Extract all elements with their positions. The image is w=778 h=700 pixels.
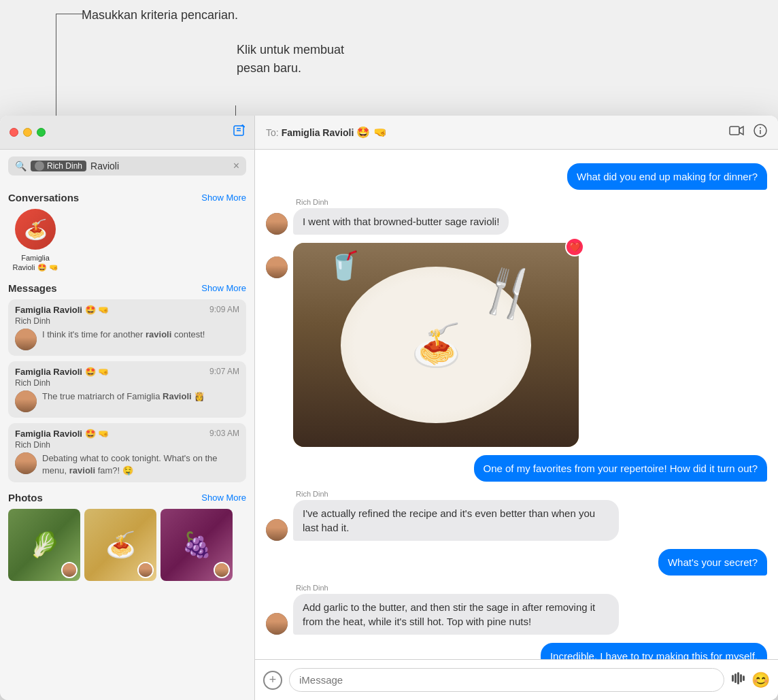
svg-rect-11 (737, 672, 739, 684)
msg-sent-1-bubble: What did you end up making for dinner? (567, 163, 767, 190)
message-item-2[interactable]: Famiglia Ravioli 🤩 🤜 9:07 AM Rich Dinh T… (8, 361, 246, 418)
chat-header-actions (729, 124, 767, 141)
photos-show-more-button[interactable]: Show More (201, 493, 246, 503)
messages-show-more-button[interactable]: Show More (201, 283, 246, 293)
msg-sent-2: One of my favorites from your repertoire… (266, 455, 767, 482)
message-item-2-avatar (15, 390, 37, 412)
message-item-1-header: Famiglia Ravioli 🤩 🤜 9:09 AM (15, 305, 239, 315)
conversations-title: Conversations (8, 192, 79, 203)
info-icon[interactable] (754, 124, 767, 141)
message-item-3-group: Famiglia Ravioli 🤩 🤜 (15, 429, 109, 439)
photo-thumb-1[interactable]: 🥬 (8, 509, 80, 581)
svg-rect-10 (734, 673, 737, 683)
chat-header-to-label: To: (266, 127, 279, 138)
photos-grid: 🥬 🍝 🍇 (8, 509, 246, 581)
messages-section-header: Messages Show More (8, 282, 246, 294)
message-item-2-group: Famiglia Ravioli 🤩 🤜 (15, 367, 109, 377)
msg-image: 🥤 🍝 🍴 (293, 243, 579, 447)
msg-recv-1-sender: Rich Dinh (296, 198, 509, 206)
close-button[interactable] (10, 128, 18, 137)
svg-rect-9 (732, 675, 734, 682)
glass-visual: 🥤 (327, 250, 361, 282)
message-item-3-sender: Rich Dinh (15, 440, 239, 450)
msg-sent-4: Incredible. I have to try making this fo… (266, 643, 767, 659)
svg-rect-13 (743, 676, 745, 681)
message-item-3[interactable]: Famiglia Ravioli 🤩 🤜 9:03 AM Rich Dinh D… (8, 423, 246, 482)
annotations: Masukkan kriteria pencarian. Klik untuk … (0, 0, 778, 119)
svg-rect-12 (740, 674, 742, 682)
fullscreen-button[interactable] (37, 128, 46, 137)
msg-image-reaction: ❤️ (565, 237, 584, 256)
conversations-section-header: Conversations Show More (8, 192, 246, 203)
photo-3-sender (214, 562, 230, 578)
annotation-line-h1 (56, 14, 83, 14)
conversation-name: FamigliaRavioli 🤩 🤜 (12, 253, 58, 273)
search-tag-avatar (35, 161, 44, 171)
traffic-lights (10, 128, 46, 137)
chat-area: To: Famiglia Ravioli 🤩 🤜 (255, 116, 778, 700)
msg-sent-1: What did you end up making for dinner? (266, 163, 767, 190)
titlebar (0, 116, 254, 150)
msg-sent-4-content: Incredible. I have to try making this fo… (541, 643, 767, 659)
messages-title: Messages (8, 282, 57, 294)
message-item-1-group: Famiglia Ravioli 🤩 🤜 (15, 305, 109, 315)
msg-recv-2-bubble: I've actually refined the recipe and it'… (293, 500, 619, 541)
msg-recv-image: 🥤 🍝 🍴 ❤️ (266, 243, 767, 447)
photo-2-sender (137, 562, 154, 578)
conversations-grid: 🍝 FamigliaRavioli 🤩 🤜 (8, 209, 246, 273)
msg-recv-3-content: Rich Dinh Add garlic to the butter, and … (293, 584, 619, 635)
msg-recv-2-avatar (266, 519, 288, 541)
message-item-3-text: Debating what to cook tonight. What's on… (42, 452, 239, 477)
minimize-button[interactable] (23, 128, 32, 137)
msg-sent-3-bubble: What's your secret? (658, 549, 767, 576)
chat-add-button[interactable]: + (263, 671, 282, 690)
message-item-2-preview: The true matriarch of Famiglia Ravioli 👸 (15, 390, 239, 412)
message-item-2-header: Famiglia Ravioli 🤩 🤜 9:07 AM (15, 367, 239, 377)
chat-header-name: Famiglia Ravioli (282, 127, 354, 138)
audio-input-icon[interactable] (731, 672, 745, 688)
message-item-1-sender: Rich Dinh (15, 316, 239, 326)
svg-rect-5 (730, 127, 739, 135)
search-query[interactable]: Ravioli (90, 161, 229, 171)
photos-title: Photos (8, 492, 43, 503)
svg-point-8 (760, 127, 761, 129)
annotation-compose-text: Klik untuk membuatpesan baru. (237, 41, 344, 78)
msg-recv-3: Rich Dinh Add garlic to the butter, and … (266, 584, 767, 635)
search-clear-button[interactable]: × (233, 160, 239, 172)
msg-recv-3-sender: Rich Dinh (296, 584, 619, 592)
chat-messages: What did you end up making for dinner? R… (255, 150, 778, 659)
msg-sent-2-bubble: One of my favorites from your repertoire… (474, 455, 768, 482)
search-contact-tag: Rich Dinh (31, 161, 86, 171)
emoji-button[interactable]: 😊 (751, 671, 770, 689)
chat-header: To: Famiglia Ravioli 🤩 🤜 (255, 116, 778, 150)
message-item-1-preview: I think it's time for another ravioli co… (15, 329, 239, 350)
video-call-icon[interactable] (729, 125, 744, 139)
msg-recv-1-avatar (266, 213, 288, 235)
msg-recv-3-bubble: Add garlic to the butter, and then stir … (293, 594, 619, 635)
msg-recv-1-content: Rich Dinh I went with that browned-butte… (293, 198, 509, 235)
msg-recv-3-avatar (266, 613, 288, 635)
message-item-1-avatar (15, 329, 37, 350)
annotation-line-search (56, 14, 56, 116)
sidebar-content: Conversations Show More 🍝 FamigliaRaviol… (0, 182, 254, 700)
msg-sent-3-content: What's your secret? (658, 549, 767, 576)
message-item-2-sender: Rich Dinh (15, 378, 239, 388)
chat-input[interactable] (289, 668, 724, 692)
msg-image-container: 🥤 🍝 🍴 ❤️ (293, 243, 579, 447)
compose-button[interactable] (233, 124, 245, 140)
message-item-3-header: Famiglia Ravioli 🤩 🤜 9:03 AM (15, 429, 239, 439)
message-item-1[interactable]: Famiglia Ravioli 🤩 🤜 9:09 AM Rich Dinh I… (8, 299, 246, 356)
conversations-show-more-button[interactable]: Show More (201, 193, 246, 203)
conversation-avatar: 🍝 (15, 209, 56, 250)
message-item-1-text: I think it's time for another ravioli co… (42, 329, 205, 341)
search-bar[interactable]: 🔍 Rich Dinh Ravioli × (8, 156, 246, 176)
photos-section-header: Photos Show More (8, 492, 246, 503)
photo-1-sender (61, 562, 78, 578)
search-tag-label: Rich Dinh (47, 161, 82, 171)
conversation-item-famiglia[interactable]: 🍝 FamigliaRavioli 🤩 🤜 (8, 209, 63, 273)
message-item-3-time: 9:03 AM (209, 429, 239, 439)
photo-thumb-2[interactable]: 🍝 (84, 509, 156, 581)
msg-recv-2-sender: Rich Dinh (296, 490, 619, 498)
msg-recv-2: Rich Dinh I've actually refined the reci… (266, 490, 767, 541)
photo-thumb-3[interactable]: 🍇 (160, 509, 233, 581)
